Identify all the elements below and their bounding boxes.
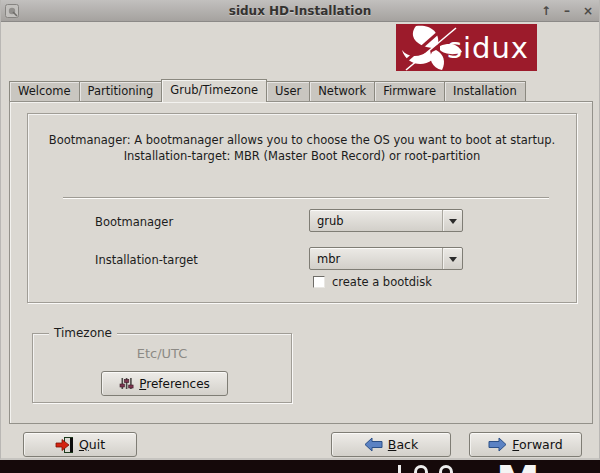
back-button[interactable]: Back — [331, 432, 451, 457]
timezone-legend: Timezone — [49, 326, 117, 340]
tab-network[interactable]: Network — [309, 81, 375, 101]
installation-target-selected-value: mbr — [310, 252, 442, 266]
bootmanager-selected-value: grub — [310, 214, 442, 228]
create-bootdisk-checkbox[interactable] — [313, 276, 325, 288]
create-bootdisk-label: create a bootdisk — [332, 275, 432, 289]
desktop-wallpaper-partial-text: Moo — [496, 461, 600, 473]
info-line-2: Installation-target: MBR (Master Boot Re… — [28, 148, 576, 164]
back-arrow-icon — [364, 437, 383, 452]
tab-installation[interactable]: Installation — [444, 81, 526, 101]
sidux-logo: sidux — [396, 24, 537, 71]
desktop-background-partial-glyphs — [414, 465, 428, 473]
tab-partitioning[interactable]: Partitioning — [79, 81, 163, 101]
tab-welcome[interactable]: Welcome — [9, 81, 80, 101]
installation-target-select[interactable]: mbr — [309, 247, 463, 270]
titlebar[interactable]: sidux HD-Installation ↑ – × — [1, 0, 599, 22]
bootmanager-label: Bootmanager — [95, 215, 173, 229]
installation-target-label: Installation-target — [95, 253, 198, 267]
bootmanager-select[interactable]: grub — [309, 209, 463, 232]
shade-button[interactable]: ↑ — [539, 4, 553, 18]
minimize-button[interactable]: – — [560, 4, 574, 18]
info-line-1: Bootmanager: A bootmanager allows you to… — [28, 132, 576, 148]
preferences-icon — [119, 376, 134, 391]
preferences-button[interactable]: Preferences — [101, 371, 228, 396]
tab-page-grub-timezone: Bootmanager: A bootmanager allows you to… — [9, 101, 593, 424]
tab-bar: Welcome Partitioning Grub/Timezone User … — [9, 79, 525, 101]
create-bootdisk-row: create a bootdisk — [313, 275, 432, 289]
window-icon — [5, 3, 19, 22]
window-title: sidux HD-Installation — [1, 4, 599, 18]
timezone-frame: Timezone Etc/UTC Preferences — [32, 333, 292, 403]
desktop-background: Moo — [0, 460, 600, 473]
quit-button-label: Quit — [79, 437, 105, 452]
preferences-button-label: Preferences — [139, 377, 210, 391]
tab-grub-timezone[interactable]: Grub/Timezone — [161, 79, 267, 102]
tab-firmware[interactable]: Firmware — [374, 81, 445, 101]
desktop-background-partial-glyphs — [439, 465, 453, 473]
forward-button-label: Forward — [512, 437, 562, 452]
separator — [63, 197, 549, 199]
close-button[interactable]: × — [581, 4, 595, 18]
desktop-background-partial-glyphs — [398, 465, 401, 473]
dropdown-arrow-icon — [442, 248, 462, 269]
tab-user[interactable]: User — [266, 81, 310, 101]
dropdown-arrow-icon — [442, 210, 462, 231]
bootmanager-info-text: Bootmanager: A bootmanager allows you to… — [28, 132, 576, 164]
back-button-label: Back — [388, 437, 418, 452]
forward-arrow-icon — [488, 437, 507, 452]
installer-window: sidux HD-Installation ↑ – × sidux Welcom… — [0, 0, 600, 460]
quit-door-icon — [55, 437, 74, 453]
logo-wordmark: sidux — [447, 31, 529, 65]
quit-button[interactable]: Quit — [23, 432, 137, 457]
bootmanager-frame: Bootmanager: A bootmanager allows you to… — [27, 113, 577, 303]
forward-button[interactable]: Forward — [469, 432, 582, 457]
timezone-value: Etc/UTC — [33, 346, 291, 361]
